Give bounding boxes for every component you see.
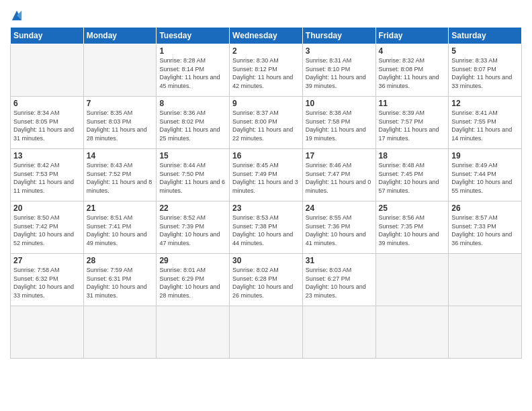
calendar-cell: 26Sunrise: 8:57 AMSunset: 7:33 PMDayligh… [449, 201, 522, 254]
calendar-cell [302, 306, 375, 359]
day-number: 1 [159, 46, 226, 56]
calendar-row-0: 1Sunrise: 8:28 AMSunset: 8:14 PMDaylight… [11, 44, 522, 97]
weekday-header-thursday: Thursday [302, 28, 375, 44]
day-number: 27 [13, 256, 81, 265]
day-number: 13 [13, 151, 81, 161]
calendar-cell: 7Sunrise: 8:35 AMSunset: 8:03 PMDaylight… [83, 97, 157, 149]
calendar-cell: 31Sunrise: 8:03 AMSunset: 6:27 PMDayligh… [302, 254, 375, 306]
day-info: Sunrise: 8:34 AMSunset: 8:05 PMDaylight:… [13, 109, 81, 142]
calendar-row-3: 20Sunrise: 8:50 AMSunset: 7:42 PMDayligh… [11, 201, 522, 254]
calendar-cell: 9Sunrise: 8:37 AMSunset: 8:00 PMDaylight… [230, 97, 303, 149]
weekday-header-row: SundayMondayTuesdayWednesdayThursdayFrid… [11, 28, 522, 44]
calendar-cell: 15Sunrise: 8:44 AMSunset: 7:50 PMDayligh… [157, 149, 230, 201]
logo-icon [11, 9, 23, 21]
calendar-cell: 25Sunrise: 8:56 AMSunset: 7:35 PMDayligh… [375, 201, 449, 254]
calendar-cell [449, 254, 522, 306]
calendar-cell: 8Sunrise: 8:36 AMSunset: 8:02 PMDaylight… [157, 97, 230, 149]
day-info: Sunrise: 8:46 AMSunset: 7:47 PMDaylight:… [306, 161, 373, 195]
day-number: 2 [232, 46, 300, 56]
calendar-cell: 4Sunrise: 8:32 AMSunset: 8:08 PMDaylight… [375, 44, 449, 97]
weekday-header-monday: Monday [83, 28, 157, 44]
day-info: Sunrise: 8:52 AMSunset: 7:39 PMDaylight:… [159, 214, 226, 247]
calendar-cell: 17Sunrise: 8:46 AMSunset: 7:47 PMDayligh… [302, 149, 375, 201]
calendar-cell: 24Sunrise: 8:55 AMSunset: 7:36 PMDayligh… [302, 201, 375, 254]
day-number: 5 [451, 46, 519, 56]
day-number: 8 [159, 99, 226, 108]
day-number: 21 [87, 203, 154, 213]
calendar-cell: 21Sunrise: 8:51 AMSunset: 7:41 PMDayligh… [83, 201, 157, 254]
weekday-header-friday: Friday [375, 28, 449, 44]
day-number: 31 [306, 256, 373, 265]
day-info: Sunrise: 8:44 AMSunset: 7:50 PMDaylight:… [159, 161, 226, 195]
calendar-row-1: 6Sunrise: 8:34 AMSunset: 8:05 PMDaylight… [11, 97, 522, 149]
day-info: Sunrise: 8:02 AMSunset: 6:28 PMDaylight:… [232, 266, 300, 300]
calendar-cell: 2Sunrise: 8:30 AMSunset: 8:12 PMDaylight… [230, 44, 303, 97]
calendar-cell [157, 306, 230, 359]
calendar-cell: 16Sunrise: 8:45 AMSunset: 7:49 PMDayligh… [230, 149, 303, 201]
day-info: Sunrise: 8:49 AMSunset: 7:44 PMDaylight:… [451, 161, 519, 195]
day-info: Sunrise: 8:33 AMSunset: 8:07 PMDaylight:… [451, 56, 519, 90]
day-number: 15 [159, 151, 226, 161]
day-info: Sunrise: 8:48 AMSunset: 7:45 PMDaylight:… [379, 161, 446, 195]
day-info: Sunrise: 7:58 AMSunset: 6:32 PMDaylight:… [13, 266, 81, 300]
calendar-cell [375, 254, 449, 306]
logo [10, 9, 23, 21]
day-info: Sunrise: 8:37 AMSunset: 8:00 PMDaylight:… [232, 109, 300, 142]
calendar-cell: 20Sunrise: 8:50 AMSunset: 7:42 PMDayligh… [11, 201, 84, 254]
calendar-cell: 10Sunrise: 8:38 AMSunset: 7:58 PMDayligh… [302, 97, 375, 149]
day-number: 10 [306, 99, 373, 108]
day-number: 28 [87, 256, 154, 265]
day-info: Sunrise: 8:38 AMSunset: 7:58 PMDaylight:… [306, 109, 373, 142]
day-number: 20 [13, 203, 81, 213]
calendar-cell [449, 306, 522, 359]
day-number: 25 [379, 203, 446, 213]
header [10, 7, 522, 21]
day-number: 9 [232, 99, 300, 108]
day-info: Sunrise: 8:36 AMSunset: 8:02 PMDaylight:… [159, 109, 226, 142]
calendar-cell: 6Sunrise: 8:34 AMSunset: 8:05 PMDaylight… [11, 97, 84, 149]
day-number: 16 [232, 151, 300, 161]
day-info: Sunrise: 8:43 AMSunset: 7:52 PMDaylight:… [87, 161, 154, 195]
day-info: Sunrise: 8:28 AMSunset: 8:14 PMDaylight:… [159, 56, 226, 90]
day-number: 23 [232, 203, 300, 213]
page: SundayMondayTuesdayWednesdayThursdayFrid… [0, 0, 532, 411]
day-info: Sunrise: 8:30 AMSunset: 8:12 PMDaylight:… [232, 56, 300, 90]
day-info: Sunrise: 8:55 AMSunset: 7:36 PMDaylight:… [306, 214, 373, 247]
day-number: 26 [451, 203, 519, 213]
calendar-cell: 28Sunrise: 7:59 AMSunset: 6:31 PMDayligh… [83, 254, 157, 306]
calendar-table: SundayMondayTuesdayWednesdayThursdayFrid… [10, 27, 522, 359]
day-number: 22 [159, 203, 226, 213]
day-info: Sunrise: 8:53 AMSunset: 7:38 PMDaylight:… [232, 214, 300, 247]
calendar-cell [83, 44, 157, 97]
day-number: 17 [306, 151, 373, 161]
calendar-cell [11, 306, 84, 359]
day-info: Sunrise: 8:45 AMSunset: 7:49 PMDaylight:… [232, 161, 300, 195]
calendar-cell [375, 306, 449, 359]
day-number: 14 [87, 151, 154, 161]
calendar-cell: 13Sunrise: 8:42 AMSunset: 7:53 PMDayligh… [11, 149, 84, 201]
calendar-row-2: 13Sunrise: 8:42 AMSunset: 7:53 PMDayligh… [11, 149, 522, 201]
day-info: Sunrise: 8:41 AMSunset: 7:55 PMDaylight:… [451, 109, 519, 142]
day-info: Sunrise: 8:35 AMSunset: 8:03 PMDaylight:… [87, 109, 154, 142]
day-info: Sunrise: 8:39 AMSunset: 7:57 PMDaylight:… [379, 109, 446, 142]
calendar-cell: 22Sunrise: 8:52 AMSunset: 7:39 PMDayligh… [157, 201, 230, 254]
day-info: Sunrise: 7:59 AMSunset: 6:31 PMDaylight:… [87, 266, 154, 300]
day-info: Sunrise: 8:57 AMSunset: 7:33 PMDaylight:… [451, 214, 519, 247]
calendar-cell [11, 44, 84, 97]
day-info: Sunrise: 8:31 AMSunset: 8:10 PMDaylight:… [306, 56, 373, 90]
calendar-cell [83, 306, 157, 359]
day-number: 11 [379, 99, 446, 108]
day-info: Sunrise: 8:56 AMSunset: 7:35 PMDaylight:… [379, 214, 446, 247]
calendar-cell: 29Sunrise: 8:01 AMSunset: 6:29 PMDayligh… [157, 254, 230, 306]
calendar-cell: 14Sunrise: 8:43 AMSunset: 7:52 PMDayligh… [83, 149, 157, 201]
weekday-header-saturday: Saturday [449, 28, 522, 44]
calendar-cell: 30Sunrise: 8:02 AMSunset: 6:28 PMDayligh… [230, 254, 303, 306]
day-info: Sunrise: 8:50 AMSunset: 7:42 PMDaylight:… [13, 214, 81, 247]
day-info: Sunrise: 8:32 AMSunset: 8:08 PMDaylight:… [379, 56, 446, 90]
weekday-header-tuesday: Tuesday [157, 28, 230, 44]
calendar-cell: 18Sunrise: 8:48 AMSunset: 7:45 PMDayligh… [375, 149, 449, 201]
day-info: Sunrise: 8:03 AMSunset: 6:27 PMDaylight:… [306, 266, 373, 300]
weekday-header-wednesday: Wednesday [230, 28, 303, 44]
calendar-cell: 23Sunrise: 8:53 AMSunset: 7:38 PMDayligh… [230, 201, 303, 254]
calendar-cell: 12Sunrise: 8:41 AMSunset: 7:55 PMDayligh… [449, 97, 522, 149]
